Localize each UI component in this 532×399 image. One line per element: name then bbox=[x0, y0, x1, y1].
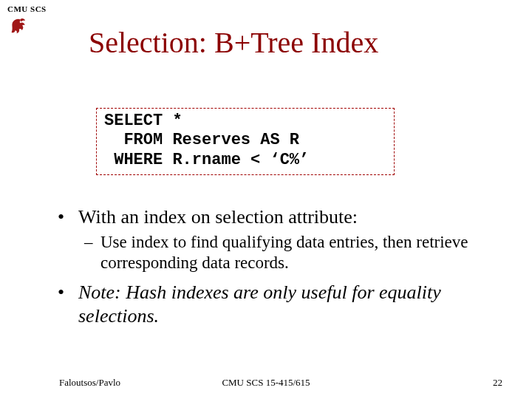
footer-course: CMU SCS 15-415/615 bbox=[0, 377, 532, 389]
slide-header: CMU SCS bbox=[7, 4, 47, 38]
sql-query-box: SELECT * FROM Reserves AS R WHERE R.rnam… bbox=[96, 108, 395, 175]
sql-kw-select: SELECT bbox=[104, 112, 163, 130]
bullet-item: • With an index on selection attribute: bbox=[58, 205, 495, 229]
sql-rest-2: Reserves AS R bbox=[163, 131, 299, 149]
bullet-marker-icon: • bbox=[58, 205, 78, 229]
sub-bullet-item: – Use index to find qualifying data entr… bbox=[84, 232, 495, 273]
slide: CMU SCS Selection: B+Tree Index SELECT *… bbox=[0, 0, 532, 399]
bullet-item: • Note: Hash indexes are only useful for… bbox=[58, 281, 495, 327]
bullet-marker-icon: • bbox=[58, 281, 78, 304]
sql-rest-1: * bbox=[163, 112, 182, 130]
sql-rest-3: R.rname < ‘C%’ bbox=[163, 151, 309, 169]
org-label: CMU SCS bbox=[7, 4, 47, 13]
sub-bullet-text-1: Use index to find qualifying data entrie… bbox=[100, 232, 495, 273]
bullet-text-1: With an index on selection attribute: bbox=[78, 205, 358, 229]
slide-title: Selection: B+Tree Index bbox=[89, 25, 378, 60]
sql-kw-where: WHERE bbox=[104, 151, 163, 169]
dash-marker-icon: – bbox=[84, 232, 100, 253]
footer-page-number: 22 bbox=[493, 377, 502, 389]
dragon-logo-icon bbox=[7, 15, 28, 35]
header-block: CMU SCS bbox=[7, 4, 47, 38]
bullet-list: • With an index on selection attribute: … bbox=[58, 205, 495, 330]
sql-kw-from: FROM bbox=[104, 131, 163, 149]
bullet-text-2: Note: Hash indexes are only useful for e… bbox=[78, 281, 495, 327]
